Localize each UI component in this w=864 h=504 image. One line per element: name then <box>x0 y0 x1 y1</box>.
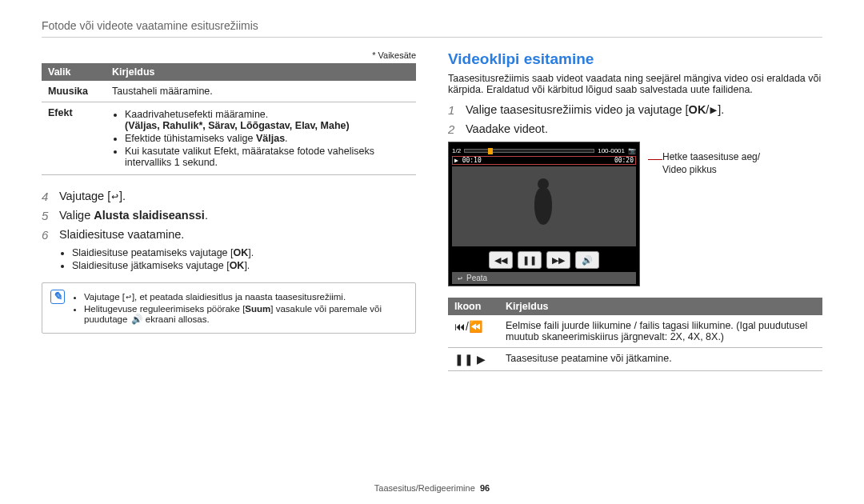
dancer-silhouette-icon <box>530 178 558 234</box>
video-counter: 1/2 <box>452 147 461 154</box>
effect-values: (Väljas, Rahulik*, Särav, Lõõgastav, Ela… <box>125 120 410 131</box>
table-row: Efekt Kaadrivahetusefekti määramine. (Vä… <box>42 102 416 175</box>
icon-cell: ❚❚ ▶ <box>448 348 499 371</box>
video-progress-bar[interactable] <box>464 149 594 153</box>
back-icon <box>457 274 463 282</box>
back-icon <box>125 291 132 302</box>
option-desc: Taustaheli määramine. <box>106 81 416 102</box>
note-icon: ✎ <box>50 290 65 304</box>
step-2: Vaadake videot. <box>448 122 822 135</box>
options-table: Valik Kirjeldus Muusika Taustaheli määra… <box>42 63 416 175</box>
step-4: Vajutage []. <box>42 190 416 202</box>
step-6-notes: Slaidiesituse peatamiseks vajutage [OK].… <box>72 247 416 271</box>
default-footnote: * Vaikesäte <box>42 50 416 60</box>
option-name: Muusika <box>42 81 106 102</box>
video-player-mock: 1/2 100-0001 📷 ▶ 00:10 00:20 ◀◀ ❚❚ ▶▶ 🔊 <box>448 142 640 286</box>
section-title: Videoklipi esitamine <box>448 50 822 68</box>
option-desc: Kaadrivahetusefekti määramine. (Väljas, … <box>106 102 416 175</box>
table-row: Muusika Taustaheli määramine. <box>42 81 416 102</box>
effect-line: Kaadrivahetusefekti määramine. <box>125 109 268 120</box>
col-header-desc: Kirjeldus <box>499 298 822 315</box>
forward-button[interactable]: ▶▶ <box>546 251 570 269</box>
camera-icon: 📷 <box>628 147 636 154</box>
info-callout: ✎ Vajutage [], et peatada slaidiesitlus … <box>42 282 416 334</box>
effect-line: Efektide tühistamiseks valige Väljas. <box>125 133 288 144</box>
stop-label: Peata <box>466 274 487 282</box>
page-number: 96 <box>480 483 490 493</box>
icon-desc: Taasesituse peatamine või jätkamine. <box>499 348 822 371</box>
ok-icon: OK <box>234 247 249 258</box>
section-intro: Taasesitusrežiimis saab videot vaadata n… <box>448 73 822 95</box>
list-item: Slaidiesituse jätkamiseks vajutage [OK]. <box>72 260 416 271</box>
pause-button[interactable]: ❚❚ <box>518 251 542 269</box>
ok-icon: OK <box>689 103 706 116</box>
ok-icon: OK <box>230 260 245 271</box>
video-file-id: 100-0001 <box>598 147 625 154</box>
two-column-layout: * Vaikesäte Valik Kirjeldus Muusika Taus… <box>42 50 822 371</box>
list-item: Helitugevuse reguleerimiseks pöörake [Su… <box>84 304 407 325</box>
list-item: Slaidiesituse peatamiseks vajutage [OK]. <box>72 247 416 258</box>
col-header-icon: Ikoon <box>448 298 499 315</box>
col-header-desc: Kirjeldus <box>106 63 416 81</box>
steps-list-left: Vajutage []. Valige Alusta slaidiseanssi… <box>42 190 416 241</box>
step-5: Valige Alusta slaidiseanssi. <box>42 209 416 222</box>
video-frame <box>452 166 636 246</box>
step-1: Valige taasesitusrežiimis video ja vajut… <box>448 103 822 116</box>
stop-bar[interactable]: Peata <box>452 272 636 284</box>
page-footer: Taasesitus/Redigeerimine 96 <box>0 483 864 493</box>
video-controls: ◀◀ ❚❚ ▶▶ 🔊 <box>452 251 636 269</box>
icon-desc: Eelmise faili juurde liikumine / failis … <box>499 315 822 348</box>
list-item: Vajutage [], et peatada slaidiesitlus ja… <box>84 291 407 302</box>
page-header: Fotode või videote vaatamine esitusrežii… <box>42 19 822 38</box>
left-column: * Vaikesäte Valik Kirjeldus Muusika Taus… <box>42 50 416 371</box>
video-time-row: ▶ 00:10 00:20 <box>452 156 636 165</box>
col-header-option: Valik <box>42 63 106 81</box>
callout-text: Hetke taasesituse aeg/ Video pikkus <box>662 151 760 286</box>
time-total: 00:20 <box>614 157 634 164</box>
table-row: ⏮/⏪ Eelmise faili juurde liikumine / fai… <box>448 315 822 348</box>
sound-button[interactable]: 🔊 <box>575 251 599 269</box>
steps-list-right: Valige taasesitusrežiimis video ja vajut… <box>448 103 822 135</box>
icon-cell: ⏮/⏪ <box>448 315 499 348</box>
video-preview-block: 1/2 100-0001 📷 ▶ 00:10 00:20 ◀◀ ❚❚ ▶▶ 🔊 <box>448 142 822 286</box>
icons-table: Ikoon Kirjeldus ⏮/⏪ Eelmise faili juurde… <box>448 298 822 371</box>
step-6: Slaidiesituse vaatamine. <box>42 228 416 241</box>
zoom-label: Suum <box>245 304 270 314</box>
option-name: Efekt <box>42 102 106 175</box>
start-slideshow-label: Alusta slaidiseanssi <box>94 209 205 222</box>
sound-icon <box>130 314 143 325</box>
right-column: Videoklipi esitamine Taasesitusrežiimis … <box>448 50 822 371</box>
time-current: 00:10 <box>462 157 482 164</box>
rewind-button[interactable]: ◀◀ <box>489 251 513 269</box>
play-icon <box>709 103 718 116</box>
effect-line: Kui kasutate valikut Efekt, määratakse f… <box>125 146 410 168</box>
table-row: ❚❚ ▶ Taasesituse peatamine või jätkamine… <box>448 348 822 371</box>
back-icon <box>110 190 119 202</box>
callout-connector-icon <box>648 159 662 160</box>
